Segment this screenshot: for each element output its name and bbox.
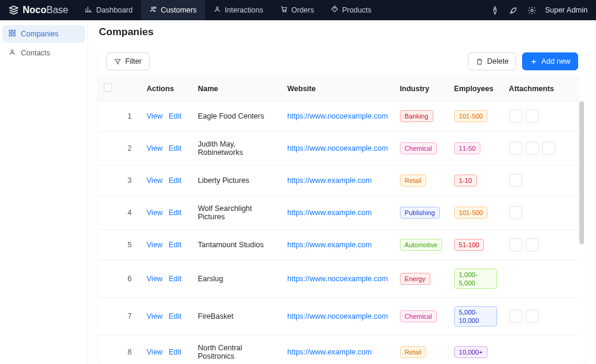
brand[interactable]: NocoBase — [8, 5, 68, 15]
employees-tag: 51-100 — [454, 239, 484, 251]
website-link[interactable]: https://www.nocoexample.com — [287, 144, 388, 153]
website-link[interactable]: https://www.example.com — [287, 209, 372, 217]
attachment-thumb[interactable] — [526, 310, 539, 323]
table-row: 6ViewEditEarslughttps://www.nocoexample.… — [98, 260, 579, 298]
svg-point-1 — [154, 7, 156, 8]
column-header-attachments[interactable]: Attachments — [503, 76, 579, 101]
column-header-name[interactable]: Name — [192, 76, 281, 101]
attachment-thumb[interactable] — [526, 142, 539, 155]
delete-button[interactable]: Delete — [468, 52, 516, 70]
column-header-industry[interactable]: Industry — [394, 76, 448, 101]
column-header-website[interactable]: Website — [281, 76, 394, 101]
page-header: Companies — [88, 20, 596, 42]
view-link[interactable]: View — [147, 209, 163, 217]
nav-item-label: Interactions — [225, 6, 263, 14]
row-number: 3 — [122, 166, 141, 196]
view-link[interactable]: View — [147, 112, 163, 120]
table-row: 5ViewEditTantamount Studioshttps://www.e… — [98, 230, 579, 260]
content-card: Filter Delete Add new — [98, 45, 586, 364]
gear-icon[interactable] — [527, 6, 536, 15]
website-link[interactable]: https://www.nocoexample.com — [287, 112, 388, 120]
row-number: 7 — [122, 298, 141, 335]
row-number: 2 — [122, 132, 141, 166]
employees-tag: 101-500 — [454, 110, 488, 122]
website-link[interactable]: https://www.example.com — [287, 176, 372, 185]
industry-tag: Automotive — [400, 239, 442, 251]
select-all-checkbox[interactable] — [104, 83, 112, 92]
attachment-thumb[interactable] — [526, 110, 539, 123]
nav-item-label: Orders — [291, 6, 314, 14]
edit-link[interactable]: Edit — [169, 348, 182, 356]
nav-item-label: Products — [342, 6, 371, 14]
person-icon — [8, 48, 16, 58]
attachment-thumb[interactable] — [509, 110, 522, 123]
edit-link[interactable]: Edit — [169, 144, 182, 153]
attachment-thumb[interactable] — [509, 238, 522, 251]
nav-item-customers[interactable]: Customers — [141, 0, 205, 20]
svg-point-0 — [151, 7, 153, 9]
attachment-thumb[interactable] — [509, 174, 522, 187]
industry-tag: Publishing — [400, 207, 440, 219]
tag-icon — [331, 5, 339, 15]
column-header-actions[interactable]: Actions — [141, 76, 192, 101]
edit-link[interactable]: Edit — [169, 209, 182, 217]
attachments-cell — [509, 142, 573, 155]
attachment-thumb[interactable] — [509, 206, 522, 219]
plus-icon — [530, 58, 538, 66]
nav-item-orders[interactable]: Orders — [272, 0, 322, 20]
website-link[interactable]: https://www.nocoexample.com — [287, 275, 388, 283]
edit-link[interactable]: Edit — [169, 112, 182, 120]
column-header-employees[interactable]: Employees — [448, 76, 503, 101]
attachment-thumb[interactable] — [526, 238, 539, 251]
user-menu[interactable]: Super Admin — [545, 6, 588, 14]
employees-tag: 1,000-5,000 — [454, 269, 497, 289]
nav-items: DashboardCustomersInteractionsOrdersProd… — [76, 0, 380, 20]
view-link[interactable]: View — [147, 312, 163, 321]
scrollbar-thumb[interactable] — [579, 101, 584, 244]
sidebar-item-contacts[interactable]: Contacts — [2, 44, 85, 62]
employees-tag: 5,000-10,000 — [454, 306, 497, 326]
edit-link[interactable]: Edit — [169, 176, 182, 185]
view-link[interactable]: View — [147, 241, 163, 249]
companies-table: Actions Name Website Industry Employees … — [98, 76, 579, 364]
pin-icon[interactable] — [491, 6, 499, 15]
attachment-thumb[interactable] — [509, 142, 522, 155]
view-link[interactable]: View — [147, 176, 163, 185]
attachment-thumb[interactable] — [542, 142, 555, 155]
website-link[interactable]: https://www.nocoexample.com — [287, 312, 388, 321]
sidebar: CompaniesContacts — [0, 20, 88, 364]
cell-name: Tantamount Studios — [192, 230, 281, 260]
website-link[interactable]: https://www.example.com — [287, 348, 372, 356]
view-link[interactable]: View — [147, 348, 163, 356]
attachments-cell — [509, 238, 573, 251]
sidebar-item-label: Contacts — [21, 49, 50, 57]
add-new-button[interactable]: Add new — [522, 52, 578, 70]
view-link[interactable]: View — [147, 144, 163, 153]
industry-tag: Banking — [400, 110, 433, 122]
svg-point-5 — [334, 8, 336, 9]
website-link[interactable]: https://www.example.com — [287, 241, 372, 249]
cell-name: Liberty Pictures — [192, 166, 281, 196]
edit-link[interactable]: Edit — [169, 275, 182, 283]
scrollbar[interactable] — [579, 101, 584, 357]
view-link[interactable]: View — [147, 275, 163, 283]
svg-rect-8 — [13, 30, 15, 33]
edit-link[interactable]: Edit — [169, 241, 182, 249]
table-row: 3ViewEditLiberty Pictureshttps://www.exa… — [98, 166, 579, 196]
nav-item-dashboard[interactable]: Dashboard — [76, 0, 141, 20]
table-toolbar: Filter Delete Add new — [98, 52, 586, 76]
grid-icon — [8, 29, 16, 39]
sidebar-item-label: Companies — [21, 30, 58, 38]
table-row: 4ViewEditWolf Searchlight Pictureshttps:… — [98, 196, 579, 230]
nav-item-label: Dashboard — [96, 6, 132, 14]
nav-item-products[interactable]: Products — [322, 0, 380, 20]
attachments-cell — [509, 310, 573, 323]
svg-rect-10 — [13, 34, 15, 36]
filter-button[interactable]: Filter — [106, 52, 150, 70]
sidebar-item-companies[interactable]: Companies — [2, 25, 85, 43]
rocket-icon[interactable] — [509, 6, 518, 15]
edit-link[interactable]: Edit — [169, 312, 182, 321]
attachment-thumb[interactable] — [509, 310, 522, 323]
nav-item-interactions[interactable]: Interactions — [205, 0, 272, 20]
person-icon — [213, 5, 221, 15]
